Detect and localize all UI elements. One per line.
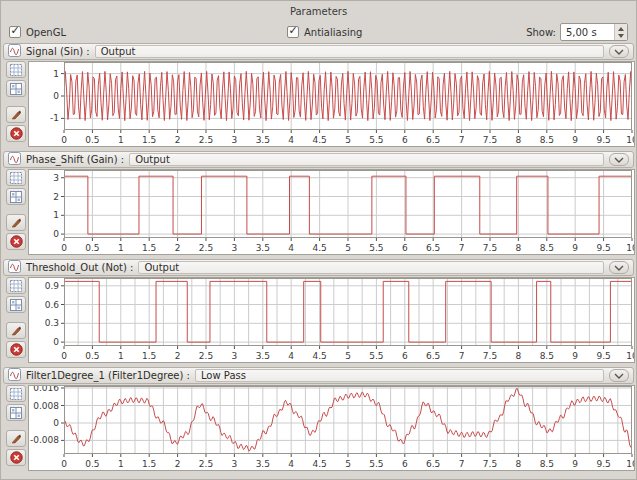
svg-text:7.5: 7.5 [483,351,497,361]
panel-header[interactable]: Signal (Sin) : Output [3,43,634,60]
parameters-window: Parameters ✓ OpenGL ✓ Antialiasing Show:… [0,0,637,480]
clear-button[interactable] [6,214,26,231]
svg-text:3: 3 [232,243,238,253]
plot-toolbar [3,277,28,364]
svg-text:-0.008: -0.008 [30,435,59,445]
plot-canvas[interactable]: 012300.511.522.533.544.555.566.577.588.5… [28,169,635,255]
chevron-down-icon [614,157,624,163]
close-button[interactable] [6,233,26,250]
svg-text:6.5: 6.5 [426,351,440,361]
opengl-label: OpenGL [26,27,66,38]
show-duration-spinbox[interactable]: 5,00 s [560,23,628,41]
svg-text:8: 8 [516,459,522,469]
grid-icon [10,172,22,184]
output-select[interactable]: Output [138,261,604,274]
close-button[interactable] [6,341,26,358]
svg-text:6: 6 [402,243,408,253]
svg-text:0.5: 0.5 [85,243,99,253]
output-select[interactable]: Output [95,45,604,58]
svg-text:4.5: 4.5 [312,243,326,253]
grid-config-button[interactable] [6,404,26,421]
svg-text:6: 6 [402,351,408,361]
grid-config-button[interactable] [6,80,26,97]
svg-text:2: 2 [175,351,181,361]
panel-header[interactable]: Threshold_Out (Not) : Output [3,259,634,276]
svg-text:4: 4 [288,135,294,145]
spinner-buttons[interactable] [614,24,627,40]
plot-canvas[interactable]: 00.30.60.900.511.522.533.544.555.566.577… [28,277,635,363]
spin-down-icon[interactable] [618,34,624,38]
close-button[interactable] [6,125,26,142]
chevron-down-icon [614,265,624,271]
grid-button[interactable] [6,61,26,78]
scope-panel-filter: Filter1Degree_1 (Filter1Degree) : Low Pa… [3,367,634,472]
svg-text:1.5: 1.5 [142,243,156,253]
svg-text:8.5: 8.5 [540,459,554,469]
svg-text:0.008: 0.008 [33,401,59,411]
output-select[interactable]: Output [129,153,604,166]
controls-row: ✓ OpenGL ✓ Antialiasing Show: 5,00 s [9,21,628,43]
grid-icon [10,388,22,400]
grid-button[interactable] [6,385,26,402]
svg-text:3.5: 3.5 [256,351,270,361]
grid-button[interactable] [6,169,26,186]
svg-text:0.3: 0.3 [45,318,59,328]
clear-button[interactable] [6,322,26,339]
svg-text:9: 9 [572,135,578,145]
panel-header[interactable]: Filter1Degree_1 (Filter1Degree) : Low Pa… [3,367,634,384]
checkmark-icon: ✓ [288,26,297,36]
svg-text:4.5: 4.5 [312,459,326,469]
svg-text:1.5: 1.5 [142,351,156,361]
clear-button[interactable] [6,106,26,123]
grid-config-button[interactable] [6,296,26,313]
output-select-value: Output [135,154,170,165]
svg-text:9: 9 [572,351,578,361]
close-button[interactable] [6,449,26,466]
svg-text:1: 1 [53,210,59,220]
grid-button[interactable] [6,277,26,294]
svg-text:3.5: 3.5 [256,243,270,253]
plot-toolbar [3,169,28,256]
opengl-checkbox[interactable]: ✓ [9,26,21,38]
grid-config-button[interactable] [6,188,26,205]
collapse-button[interactable] [609,45,629,58]
svg-text:0: 0 [53,229,59,239]
panel-title: Signal (Sin) : [26,46,90,57]
svg-text:9.5: 9.5 [596,459,610,469]
svg-text:7: 7 [459,243,465,253]
grid-icon [10,280,22,292]
svg-text:8: 8 [516,351,522,361]
clear-icon [10,433,22,445]
svg-text:8.5: 8.5 [540,351,554,361]
svg-text:0: 0 [53,418,59,428]
collapse-button[interactable] [609,153,629,166]
close-icon [10,343,23,356]
svg-text:4: 4 [288,459,294,469]
svg-text:0.5: 0.5 [85,351,99,361]
clear-icon [10,217,22,229]
plot-canvas[interactable]: -10100.511.522.533.544.555.566.577.588.5… [28,61,635,147]
plot-window-icon [8,152,21,167]
svg-text:10: 10 [626,135,634,145]
svg-text:1: 1 [118,459,124,469]
plot-canvas[interactable]: -0.00800.0080.01600.511.522.533.544.555.… [28,385,635,471]
antialiasing-label: Antialiasing [304,27,362,38]
grid-config-icon [10,83,22,95]
collapse-button[interactable] [609,369,629,382]
svg-text:5: 5 [345,243,351,253]
svg-text:1: 1 [118,243,124,253]
output-select[interactable]: Low Pass [195,369,604,382]
svg-text:10: 10 [626,351,634,361]
svg-text:1.5: 1.5 [142,135,156,145]
antialiasing-checkbox[interactable]: ✓ [287,26,299,38]
clear-button[interactable] [6,430,26,447]
show-label: Show: [526,27,556,38]
svg-text:0: 0 [53,337,59,347]
svg-text:9.5: 9.5 [596,351,610,361]
spin-up-icon[interactable] [618,27,624,31]
svg-text:3.5: 3.5 [256,459,270,469]
plot-window-icon [8,44,21,59]
panel-header[interactable]: Phase_Shift (Gain) : Output [3,151,634,168]
svg-text:1: 1 [118,351,124,361]
collapse-button[interactable] [609,261,629,274]
